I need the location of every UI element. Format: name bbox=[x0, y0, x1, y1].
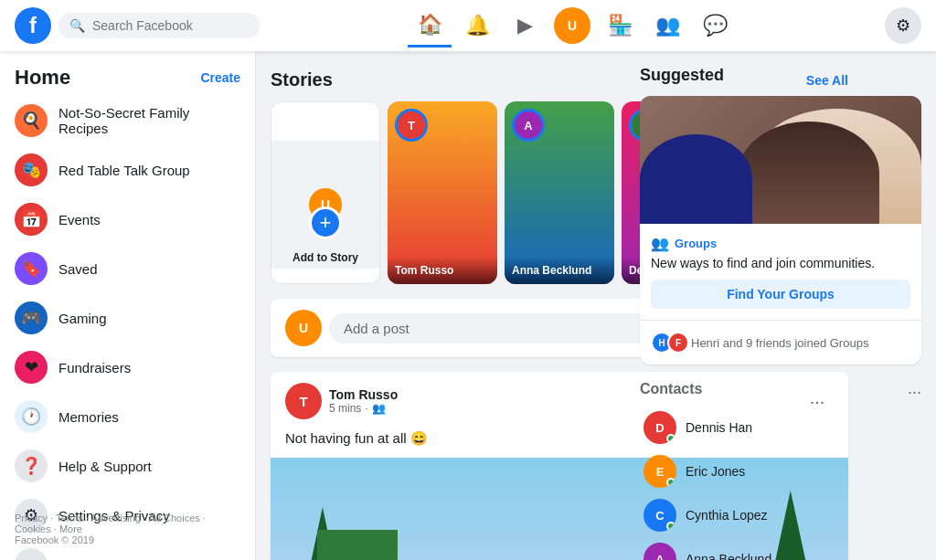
sidebar-item-red-table[interactable]: 🎭 Red Table Talk Group bbox=[7, 146, 248, 194]
contact-avatar-cynthia: C bbox=[644, 499, 676, 532]
footer-ad-choices[interactable]: Ad Choices bbox=[149, 512, 200, 523]
post-time: 5 mins bbox=[329, 402, 361, 415]
contact-avatar-anna: A bbox=[644, 543, 676, 560]
facebook-logo[interactable]: f bbox=[15, 7, 51, 44]
footer-cookies[interactable]: Cookies bbox=[15, 523, 51, 534]
sidebar-item-label: Fundraisers bbox=[58, 360, 131, 375]
stories-title: Stories bbox=[271, 69, 333, 90]
header-left: f 🔍 bbox=[15, 7, 260, 44]
saved-icon: 🔖 bbox=[15, 252, 48, 285]
gaming-icon: 🎮 bbox=[15, 301, 48, 334]
groups-badge-label: Groups bbox=[675, 237, 717, 250]
create-button[interactable]: Create bbox=[200, 70, 240, 85]
group-figure-2 bbox=[739, 122, 879, 224]
nav-store-button[interactable]: 🏪 bbox=[598, 4, 642, 48]
header: f 🔍 🏠 🔔 ▶ U 🏪 👥 💬 ⚙ bbox=[0, 0, 936, 51]
post-dot: · bbox=[365, 402, 367, 415]
sidebar-item-label: Saved bbox=[58, 261, 98, 277]
online-indicator bbox=[666, 522, 675, 531]
joined-avatars: H F bbox=[651, 332, 684, 354]
contact-avatar-dennis: D bbox=[644, 411, 676, 444]
contact-name-dennis: Dennis Han bbox=[686, 420, 752, 435]
sidebar-item-fundraisers[interactable]: ❤ Fundraisers bbox=[7, 343, 248, 391]
sidebar-item-events[interactable]: 📅 Events bbox=[7, 195, 248, 243]
sidebar-item-gaming[interactable]: 🎮 Gaming bbox=[7, 294, 248, 342]
sidebar-item-help[interactable]: ❓ Help & Support bbox=[7, 442, 248, 490]
contact-name-eric: Eric Jones bbox=[686, 464, 745, 479]
search-input[interactable] bbox=[92, 18, 249, 33]
sidebar-title-row: Home Create bbox=[7, 58, 248, 97]
search-icon: 🔍 bbox=[69, 18, 85, 33]
contact-item-cynthia[interactable]: C Cynthia Lopez bbox=[640, 493, 921, 537]
header-right: ⚙ bbox=[885, 7, 921, 44]
groups-card-content: 👥 Groups New ways to find and join commu… bbox=[640, 224, 921, 320]
story-tom-label: Tom Russo bbox=[388, 257, 497, 284]
nav-bell-button[interactable]: 🔔 bbox=[455, 4, 499, 48]
contact-item-dennis[interactable]: D Dennis Han bbox=[640, 406, 921, 449]
footer-advertising[interactable]: Advertising bbox=[91, 512, 141, 523]
footer-copyright: Facebook © 2019 bbox=[15, 534, 94, 545]
story-card-tom[interactable]: T Tom Russo bbox=[388, 101, 497, 284]
contact-name-anna: Anna Becklund bbox=[686, 552, 771, 560]
sidebar-footer: Privacy · Terms · Advertising · Ad Choic… bbox=[7, 505, 248, 553]
sidebar-home-title: Home bbox=[15, 66, 70, 90]
post-author-avatar[interactable]: T bbox=[285, 383, 322, 419]
nav-home-button[interactable]: 🏠 bbox=[408, 4, 452, 48]
layout: Home Create 🍳 Not-So-Secret Family Recip… bbox=[0, 51, 936, 560]
online-indicator bbox=[666, 478, 675, 487]
nav-avatar-button[interactable]: U bbox=[550, 4, 594, 48]
groups-description: New ways to find and join communities. bbox=[651, 256, 910, 270]
story-anna-avatar: A bbox=[512, 109, 545, 142]
sidebar-item-saved[interactable]: 🔖 Saved bbox=[7, 245, 248, 292]
footer-privacy[interactable]: Privacy bbox=[15, 512, 48, 523]
sidebar-item-label: See More bbox=[58, 557, 118, 561]
settings-button[interactable]: ⚙ bbox=[885, 7, 921, 44]
post-user-avatar: U bbox=[285, 310, 322, 346]
story-card-anna[interactable]: A Anna Becklund bbox=[505, 101, 614, 284]
groups-card: 👥 Groups New ways to find and join commu… bbox=[640, 96, 921, 365]
help-icon: ❓ bbox=[15, 449, 48, 482]
memories-icon: 🕐 bbox=[15, 400, 48, 433]
find-groups-button[interactable]: Find Your Groups bbox=[651, 280, 910, 309]
groups-badge: 👥 Groups bbox=[651, 235, 910, 252]
events-icon: 📅 bbox=[15, 203, 48, 236]
sidebar-item-label: Gaming bbox=[58, 311, 107, 326]
groups-badge-icon: 👥 bbox=[651, 235, 669, 252]
groups-joined: H F Henri and 9 friends joined Groups bbox=[640, 320, 921, 365]
add-story-label: Add to Story bbox=[271, 232, 379, 283]
footer-terms[interactable]: Terms bbox=[56, 512, 83, 523]
contact-item-eric[interactable]: E Eric Jones bbox=[640, 449, 921, 493]
groups-bg bbox=[640, 96, 921, 224]
sidebar-item-label: Not-So-Secret Family Recipes bbox=[58, 105, 240, 136]
post-friends-icon: 👥 bbox=[372, 402, 386, 415]
tree-left2 bbox=[317, 530, 398, 560]
contact-item-anna[interactable]: A Anna Becklund bbox=[640, 537, 921, 560]
sidebar-item-family-recipes[interactable]: 🍳 Not-So-Secret Family Recipes bbox=[7, 97, 248, 144]
sidebar-item-memories[interactable]: 🕐 Memories bbox=[7, 393, 248, 440]
sidebar-item-label: Memories bbox=[58, 409, 119, 425]
fundraisers-icon: ❤ bbox=[15, 351, 48, 384]
red-table-icon: 🎭 bbox=[15, 153, 48, 186]
sidebar-right: Suggested 👥 Groups New ways to find and … bbox=[625, 51, 936, 560]
search-bar[interactable]: 🔍 bbox=[58, 13, 260, 38]
joined-avatar-2: F bbox=[667, 332, 689, 354]
contacts-more-button[interactable]: ... bbox=[908, 379, 921, 398]
contact-name-cynthia: Cynthia Lopez bbox=[686, 508, 768, 523]
contacts-title: Contacts bbox=[640, 381, 702, 397]
footer-more[interactable]: More bbox=[59, 523, 82, 534]
story-anna-label: Anna Becklund bbox=[505, 257, 614, 284]
header-nav: 🏠 🔔 ▶ U 🏪 👥 💬 bbox=[408, 4, 737, 48]
sidebar-item-label: Help & Support bbox=[58, 459, 152, 474]
online-indicator bbox=[666, 434, 675, 443]
add-story-card[interactable]: U + Add to Story bbox=[271, 101, 380, 284]
suggested-title: Suggested bbox=[640, 66, 921, 85]
sidebar-item-label: Events bbox=[58, 212, 101, 227]
nav-messenger-button[interactable]: 💬 bbox=[693, 4, 737, 48]
contacts-header: Contacts ... bbox=[640, 379, 921, 398]
nav-group-button[interactable]: 👥 bbox=[645, 4, 689, 48]
nav-video-button[interactable]: ▶ bbox=[503, 4, 547, 48]
sidebar-item-label: Red Table Talk Group bbox=[58, 163, 190, 178]
family-recipes-icon: 🍳 bbox=[15, 104, 48, 137]
contact-avatar-eric: E bbox=[644, 455, 676, 488]
user-avatar: U bbox=[554, 7, 590, 44]
